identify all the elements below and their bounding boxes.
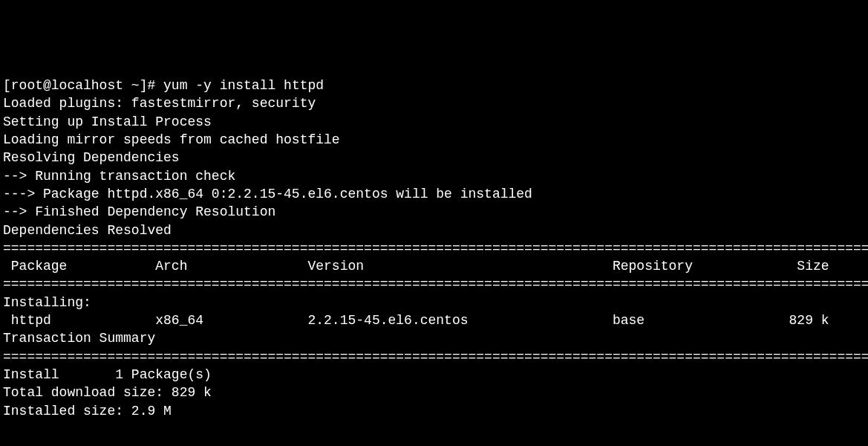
shell-prompt: [root@localhost ~]#	[3, 78, 163, 93]
output-line: ---> Package httpd.x86_64 0:2.2.15-45.el…	[3, 185, 865, 203]
table-divider: ========================================…	[3, 239, 865, 257]
download-size: Total download size: 829 k	[3, 384, 865, 401]
table-divider: ========================================…	[3, 275, 865, 293]
dependencies-resolved-label: Dependencies Resolved	[3, 222, 865, 239]
package-row: httpd x86_64 2.2.15-45.el6.centos base 8…	[3, 311, 865, 329]
output-line: Resolving Dependencies	[3, 149, 865, 167]
output-line: Loaded plugins: fastestmirror, security	[3, 94, 865, 112]
command-text: yum -y install httpd	[163, 78, 324, 93]
terminal-output[interactable]: [root@localhost ~]# yum -y install httpd…	[3, 77, 865, 420]
output-line: --> Finished Dependency Resolution	[3, 203, 865, 221]
table-divider: ========================================…	[3, 348, 865, 366]
output-line: Setting up Install Process	[3, 113, 865, 131]
output-line: Loading mirror speeds from cached hostfi…	[3, 131, 865, 149]
installed-size: Installed size: 2.9 M	[3, 402, 865, 420]
transaction-summary-label: Transaction Summary	[3, 329, 865, 347]
command-line: [root@localhost ~]# yum -y install httpd	[3, 77, 865, 94]
installing-label: Installing:	[3, 294, 865, 311]
table-header: Package Arch Version Repository Size	[3, 257, 865, 275]
output-line: --> Running transaction check	[3, 167, 865, 185]
install-count: Install 1 Package(s)	[3, 366, 865, 384]
